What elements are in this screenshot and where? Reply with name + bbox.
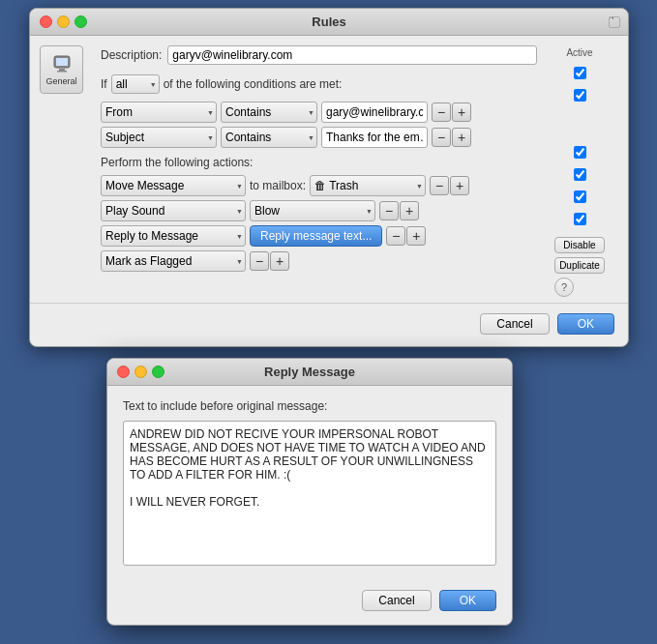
action-plus-2[interactable]: + — [406, 226, 426, 246]
duplicate-button[interactable]: Duplicate — [554, 257, 605, 274]
action-pm-3: − + — [250, 251, 289, 271]
help-button[interactable]: ? — [554, 278, 574, 297]
active-cb-5 — [574, 208, 586, 229]
cond-field-0-wrapper: From Subject To — [101, 102, 217, 123]
cond-op-1-wrapper: Contains Does not contain — [221, 127, 317, 148]
cond-plus-1[interactable]: + — [452, 128, 471, 147]
action-minus-0[interactable]: − — [430, 176, 449, 195]
cond-op-0[interactable]: Contains Does not contain — [221, 102, 317, 123]
reply-close-button[interactable] — [117, 366, 130, 378]
reply-message-text-button[interactable]: Reply message text... — [250, 225, 382, 247]
action-type-2-wrapper: Reply to Message Move Message Play Sound — [101, 225, 246, 247]
active-checkbox-5[interactable] — [574, 213, 586, 225]
rules-cancel-button[interactable]: Cancel — [480, 313, 549, 335]
sound-select[interactable]: Blow Basso Ping — [250, 200, 375, 221]
action-type-3-wrapper: Mark as Flagged Move Message Play Sound — [101, 250, 246, 272]
all-select-wrapper: all any — [111, 74, 160, 94]
right-panel: Active Disable Duplicate ? — [541, 45, 618, 297]
action-type-1-wrapper: Play Sound Move Message Reply to Message — [101, 200, 246, 221]
cond-op-1[interactable]: Contains Does not contain — [221, 127, 317, 148]
active-checkbox-2[interactable] — [574, 146, 586, 159]
cond-field-1-wrapper: Subject From To — [101, 127, 217, 148]
action-minus-3[interactable]: − — [250, 251, 269, 271]
cond-pm-0: − + — [432, 102, 471, 122]
reply-dialog-title: Reply Message — [264, 365, 355, 379]
sound-select-wrapper: Blow Basso Ping — [250, 200, 375, 221]
cond-value-1[interactable] — [321, 127, 428, 148]
cond-plus-0[interactable]: + — [452, 102, 471, 122]
active-cb-1 — [574, 84, 586, 105]
action-row-2: Reply to Message Move Message Play Sound… — [101, 225, 537, 247]
traffic-lights — [40, 15, 87, 28]
active-cb-4 — [574, 186, 586, 207]
active-checkbox-3[interactable] — [574, 168, 586, 181]
rules-ok-button[interactable]: OK — [557, 313, 614, 335]
cond-minus-1[interactable]: − — [432, 128, 451, 147]
condition-row-0: From Subject To Contains Does not contai… — [101, 102, 537, 123]
general-icon — [51, 53, 73, 74]
maximize-button[interactable] — [75, 15, 87, 28]
action-plus-0[interactable]: + — [450, 176, 469, 195]
close-button[interactable] — [40, 15, 52, 28]
condition-row-1: Subject From To Contains Does not contai… — [101, 127, 537, 148]
cond-field-0[interactable]: From Subject To — [101, 102, 217, 123]
active-checkbox-0[interactable] — [574, 67, 586, 79]
minimize-button[interactable] — [57, 15, 70, 28]
actions-list: Move Message Play Sound Reply to Message… — [101, 175, 537, 272]
reply-minimize-button[interactable] — [134, 366, 147, 378]
rules-main-content: Description: If all any of the following… — [101, 45, 537, 297]
action-row-3: Mark as Flagged Move Message Play Sound … — [101, 250, 537, 272]
reply-ok-button[interactable]: OK — [439, 590, 496, 611]
action-type-1[interactable]: Play Sound Move Message Reply to Message — [101, 200, 246, 221]
actions-label: Perform the following actions: — [101, 156, 537, 169]
svg-rect-2 — [59, 69, 65, 71]
active-checkboxes — [574, 62, 586, 229]
action-plus-1[interactable]: + — [400, 201, 419, 220]
reply-dialog: Reply Message Text to include before ori… — [106, 358, 513, 626]
active-cb-0 — [574, 62, 586, 83]
if-label: If — [101, 77, 107, 91]
description-row: Description: — [101, 45, 537, 65]
mailbox-select[interactable]: 🗑 Trash Inbox — [310, 175, 426, 196]
conditions-list: From Subject To Contains Does not contai… — [101, 102, 537, 148]
active-cb-3 — [574, 163, 586, 185]
rules-footer: Cancel OK — [30, 303, 628, 346]
reply-textarea[interactable]: ANDREW DID NOT RECIVE YOUR IMPERSONAL RO… — [123, 421, 496, 566]
action-pm-2: − + — [386, 226, 426, 246]
reply-prompt: Text to include before original message: — [123, 399, 496, 413]
description-input[interactable] — [167, 45, 537, 65]
all-select[interactable]: all any — [111, 74, 160, 94]
cond-value-0[interactable] — [321, 102, 428, 123]
action-plus-3[interactable]: + — [270, 251, 289, 271]
reply-titlebar: Reply Message — [107, 359, 512, 386]
cond-field-1[interactable]: Subject From To — [101, 127, 217, 148]
action-type-3[interactable]: Mark as Flagged Move Message Play Sound — [101, 250, 246, 272]
active-cb-2 — [574, 141, 586, 162]
active-checkbox-1[interactable] — [574, 89, 586, 102]
conditions-header: If all any of the following conditions a… — [101, 74, 537, 94]
disable-button[interactable]: Disable — [554, 237, 605, 253]
general-sidebar-item[interactable]: General — [40, 45, 83, 94]
action-minus-1[interactable]: − — [379, 201, 399, 220]
rules-window: Rules General Description: — [29, 8, 629, 347]
reply-footer: Cancel OK — [107, 582, 512, 625]
cond-pm-1: − + — [432, 128, 471, 147]
active-checkbox-4[interactable] — [574, 190, 586, 203]
to-mailbox-label: to mailbox: — [250, 179, 306, 192]
rules-title: Rules — [312, 15, 345, 29]
cond-minus-0[interactable]: − — [432, 102, 451, 122]
action-type-0-wrapper: Move Message Play Sound Reply to Message… — [101, 175, 246, 196]
description-label: Description: — [101, 48, 162, 62]
action-type-2[interactable]: Reply to Message Move Message Play Sound — [101, 225, 246, 247]
action-row-0: Move Message Play Sound Reply to Message… — [101, 175, 537, 196]
rules-sidebar: General — [40, 45, 93, 297]
action-minus-2[interactable]: − — [386, 226, 405, 246]
action-type-0[interactable]: Move Message Play Sound Reply to Message… — [101, 175, 246, 196]
resize-handle[interactable] — [609, 16, 620, 28]
reply-cancel-button[interactable]: Cancel — [362, 590, 431, 611]
cond-op-0-wrapper: Contains Does not contain — [221, 102, 317, 123]
rules-titlebar: Rules — [30, 9, 628, 36]
conditions-label: of the following conditions are met: — [164, 77, 343, 91]
mailbox-select-wrapper: 🗑 Trash Inbox — [310, 175, 426, 196]
reply-maximize-button[interactable] — [152, 366, 164, 378]
